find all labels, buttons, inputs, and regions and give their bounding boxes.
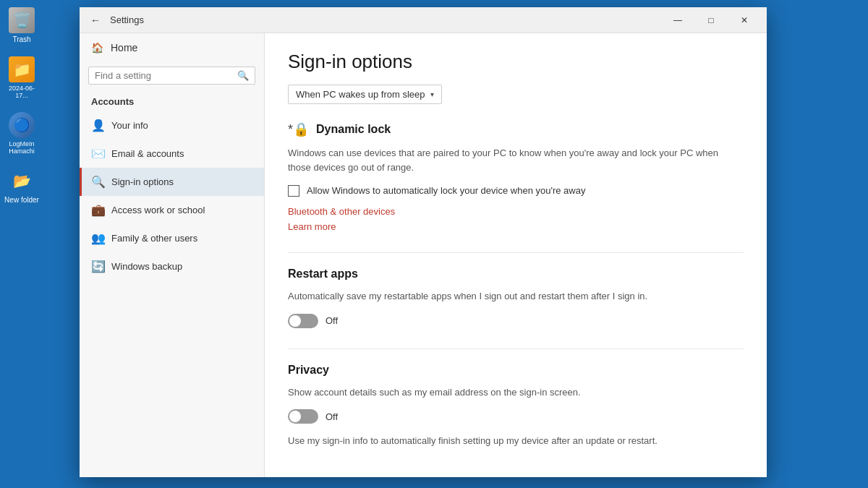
- windows-backup-label: Windows backup: [111, 261, 182, 272]
- logmein-icon: 🔵: [9, 112, 35, 138]
- window-body: 🏠 Home 🔍 Accounts 👤 Your info ✉️ Email &…: [80, 33, 767, 477]
- dropdown-arrow-icon: ▾: [430, 90, 434, 98]
- window-title: Settings: [110, 14, 661, 25]
- learn-more-link[interactable]: Learn more: [288, 221, 744, 232]
- minimize-button[interactable]: —: [661, 7, 694, 33]
- window-controls: — □ ✕: [661, 7, 761, 33]
- folder-icon: 📁: [9, 56, 35, 82]
- newfolder-desktop-icon[interactable]: 📂 New folder: [4, 168, 39, 204]
- family-users-label: Family & other users: [111, 233, 197, 244]
- restart-apps-toggle-label: Off: [326, 315, 338, 326]
- sidebar-item-email-accounts[interactable]: ✉️ Email & accounts: [80, 140, 264, 168]
- backup-icon: 🔄: [91, 260, 104, 273]
- sidebar: 🏠 Home 🔍 Accounts 👤 Your info ✉️ Email &…: [80, 33, 265, 477]
- trash-desktop-icon[interactable]: 🗑️ Trash: [9, 7, 35, 43]
- sleep-dropdown[interactable]: When PC wakes up from sleep ▾: [288, 85, 442, 104]
- privacy-description-1: Show account details such as my email ad…: [288, 385, 744, 400]
- logmein-desktop-icon[interactable]: 🔵 LogMeIn Hamachi: [9, 112, 35, 155]
- bluetooth-link[interactable]: Bluetooth & other devices: [288, 206, 744, 217]
- family-icon: 👥: [91, 231, 104, 245]
- privacy-description-2: Use my sign-in info to automatically fin…: [288, 434, 744, 448]
- dynamic-lock-header: *🔒 Dynamic lock: [288, 121, 744, 137]
- access-work-icon: 💼: [91, 203, 104, 217]
- sidebar-item-windows-backup[interactable]: 🔄 Windows backup: [80, 252, 264, 281]
- home-icon: 🏠: [91, 42, 103, 53]
- privacy-toggle-1-row: Off: [288, 409, 744, 424]
- sidebar-item-family-users[interactable]: 👥 Family & other users: [80, 224, 264, 252]
- toggle-knob: [289, 315, 301, 327]
- close-button[interactable]: ✕: [728, 7, 761, 33]
- restart-apps-section: Restart apps Automatically save my resta…: [288, 267, 744, 328]
- restart-apps-toggle[interactable]: [288, 314, 318, 328]
- newfolder-icon: 📂: [9, 168, 35, 194]
- divider-2: [288, 348, 744, 349]
- page-title: Sign-in options: [288, 51, 744, 73]
- divider-1: [288, 252, 744, 253]
- auto-lock-label: Allow Windows to automatically lock your…: [307, 184, 585, 197]
- maximize-button[interactable]: □: [694, 7, 728, 33]
- privacy-toggle-knob-1: [289, 411, 301, 422]
- dynamic-lock-title: Dynamic lock: [316, 123, 391, 136]
- main-content: Sign-in options When PC wakes up from sl…: [265, 33, 767, 477]
- access-work-label: Access work or school: [111, 205, 205, 215]
- trash-label: Trash: [12, 35, 30, 43]
- folder-desktop-icon[interactable]: 📁 2024-06-17...: [4, 56, 40, 99]
- folder-label: 2024-06-17...: [4, 85, 40, 99]
- your-info-label: Your info: [111, 120, 148, 131]
- sidebar-item-access-work[interactable]: 💼 Access work or school: [80, 196, 264, 224]
- sleep-dropdown-label: When PC wakes up from sleep: [296, 89, 425, 100]
- sidebar-section-title: Accounts: [80, 89, 264, 111]
- back-button[interactable]: ←: [85, 10, 106, 30]
- sidebar-item-sign-in-options[interactable]: 🔍 Sign-in options: [80, 168, 264, 196]
- trash-icon: 🗑️: [9, 7, 35, 33]
- sign-in-label: Sign-in options: [111, 176, 174, 187]
- privacy-toggle-1-label: Off: [326, 411, 338, 422]
- email-accounts-label: Email & accounts: [111, 148, 184, 159]
- privacy-section: Privacy Show account details such as my …: [288, 364, 744, 448]
- newfolder-label: New folder: [4, 196, 39, 204]
- privacy-title: Privacy: [288, 364, 329, 377]
- your-info-icon: 👤: [91, 119, 104, 132]
- settings-window: ← Settings — □ ✕ 🏠 Home 🔍 Accounts 👤 You…: [80, 7, 767, 477]
- restart-apps-title: Restart apps: [288, 267, 358, 281]
- sidebar-item-your-info[interactable]: 👤 Your info: [80, 111, 264, 140]
- sidebar-home[interactable]: 🏠 Home: [80, 33, 264, 62]
- email-icon: ✉️: [91, 147, 104, 160]
- auto-lock-checkbox[interactable]: [288, 185, 299, 197]
- dynamic-lock-description: Windows can use devices that are paired …: [288, 146, 744, 174]
- auto-lock-checkbox-row: Allow Windows to automatically lock your…: [288, 184, 744, 197]
- restart-apps-header: Restart apps: [288, 267, 744, 281]
- search-icon: 🔍: [237, 70, 249, 81]
- logmein-label: LogMeIn Hamachi: [9, 140, 35, 155]
- sidebar-search-container: 🔍: [88, 67, 255, 85]
- restart-apps-toggle-row: Off: [288, 314, 744, 328]
- dynamic-lock-icon: *🔒: [288, 121, 309, 137]
- home-label: Home: [111, 42, 137, 53]
- sign-in-icon: 🔍: [91, 175, 104, 189]
- title-bar: ← Settings — □ ✕: [80, 7, 767, 33]
- privacy-header: Privacy: [288, 364, 744, 377]
- search-input[interactable]: [95, 70, 237, 81]
- dynamic-lock-section: *🔒 Dynamic lock Windows can use devices …: [288, 121, 744, 232]
- privacy-toggle-1[interactable]: [288, 409, 318, 424]
- desktop-icons: 🗑️ Trash 📁 2024-06-17... 🔵 LogMeIn Hamac…: [0, 0, 43, 211]
- restart-apps-description: Automatically save my restartable apps w…: [288, 289, 744, 304]
